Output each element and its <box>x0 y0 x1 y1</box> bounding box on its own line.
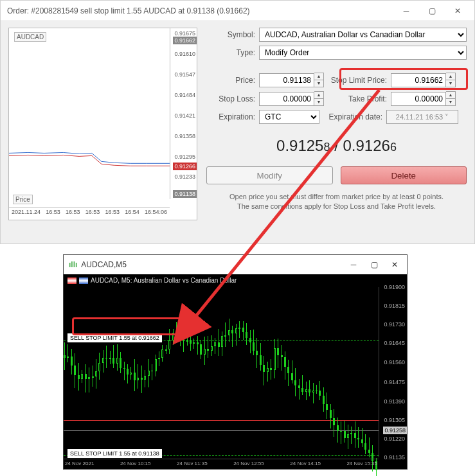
chart-y-axis: 0.91900 0.91815 0.91730 0.91645 0.91560 … <box>379 287 407 457</box>
price-label: Price: <box>206 76 255 85</box>
mini-chart-x-axis: 2021.11.24 16:53 16:53 16:53 16:53 16:54… <box>9 207 170 220</box>
order-tag-lower: SELL STOP LIMIT 1.55 at 0.91138 <box>67 449 162 458</box>
price-input[interactable] <box>259 73 314 87</box>
delete-button[interactable]: Delete <box>341 166 467 184</box>
modify-button[interactable]: Modify <box>206 166 333 184</box>
chart-y-current: 0.91258 <box>383 427 407 434</box>
chart-header: AUDCAD, M5: Australian Dollar vs Canadia… <box>67 277 237 284</box>
takeprofit-label: Take Profit: <box>328 94 387 103</box>
order-form: Symbol: AUDCAD, Australian Dollar vs Can… <box>206 28 467 220</box>
order-dialog: Order: #2008281549 sell stop limit 1.55 … <box>0 0 475 244</box>
window-title: Order: #2008281549 sell stop limit 1.55 … <box>7 6 250 15</box>
type-select[interactable]: Modify Order <box>259 46 467 60</box>
takeprofit-spinner[interactable]: ▲▼ <box>446 91 456 106</box>
flag-icon-cad <box>79 278 88 284</box>
close-button[interactable]: ✕ <box>445 2 471 20</box>
mini-y-price: 0.91138 <box>173 190 197 198</box>
chart-window: ıllıAUDCAD,M5 ─ ▢ ✕ AUDCAD, M5: Australi… <box>63 254 408 470</box>
chart-icon: ıllı <box>69 260 77 269</box>
mini-chart-price-label: Price <box>13 195 33 204</box>
price-spinner[interactable]: ▲▼ <box>314 73 324 87</box>
highlight-order-tag <box>72 317 188 335</box>
chart-x-axis: 24 Nov 2021 24 Nov 10:15 24 Nov 11:35 24… <box>64 459 379 469</box>
mini-chart: AUDCAD 0.91675 0.91662 0.91610 0.91547 0… <box>8 28 197 220</box>
bid-ask-display: 0.91258 / 0.91266 <box>206 128 467 163</box>
chart-close-button[interactable]: ✕ <box>385 258 404 272</box>
expiration-select[interactable]: GTC <box>259 110 319 124</box>
flag-icon-aus <box>67 278 76 284</box>
maximize-button[interactable]: ▢ <box>419 2 445 20</box>
minimize-button[interactable]: ─ <box>393 2 419 20</box>
note-text: Open price you set must differ from mark… <box>206 188 467 212</box>
symbol-select[interactable]: AUDCAD, Australian Dollar vs Canadian Do… <box>259 28 467 42</box>
stoploss-label: Stop Loss: <box>206 94 255 103</box>
chart-minimize-button[interactable]: ─ <box>344 258 363 272</box>
mini-y-bid: 0.91266 <box>173 163 197 170</box>
expiration-label: Expiration: <box>206 112 255 121</box>
expdate-input: 24.11.21 16:53 ˅ <box>386 110 458 124</box>
chart-plot[interactable]: SELL STOP LIMIT 1.55 at 0.91662 SELL STO… <box>64 287 379 457</box>
symbol-label: Symbol: <box>206 30 255 39</box>
takeprofit-input[interactable] <box>391 92 446 106</box>
stoploss-input[interactable] <box>259 92 314 106</box>
stoploss-spinner[interactable]: ▲▼ <box>314 91 324 106</box>
chart-window-title: AUDCAD,M5 <box>81 260 127 269</box>
mini-chart-plot <box>9 28 170 199</box>
chart-body: AUDCAD, M5: Australian Dollar vs Canadia… <box>64 274 407 469</box>
expdate-label: Expiration date: <box>323 112 382 121</box>
mini-chart-y-axis: 0.91675 0.91662 0.91610 0.91547 0.91484 … <box>170 28 197 199</box>
chart-titlebar: ıllıAUDCAD,M5 ─ ▢ ✕ <box>64 255 407 274</box>
type-label: Type: <box>206 48 255 57</box>
window-buttons: ─ ▢ ✕ <box>393 2 471 20</box>
highlight-stoplimit <box>339 68 468 90</box>
mini-y-stoplimit: 0.91662 <box>173 37 197 44</box>
chart-maximize-button[interactable]: ▢ <box>364 258 384 272</box>
titlebar: Order: #2008281549 sell stop limit 1.55 … <box>1 1 474 21</box>
